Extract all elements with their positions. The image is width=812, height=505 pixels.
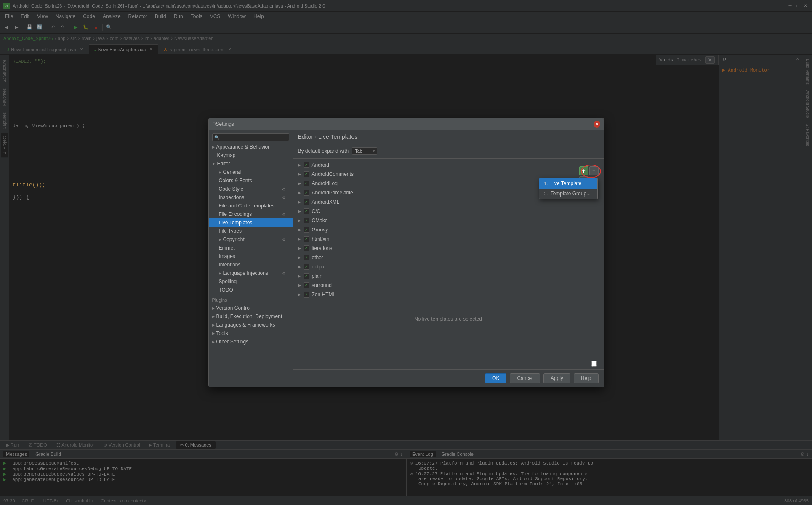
nav-plugins-label: Plugins [212, 298, 227, 303]
nav-item-file-code-templates[interactable]: File and Code Templates [209, 202, 293, 210]
nav-label-version-control: Version Control [216, 305, 251, 311]
nav-item-other-settings[interactable]: ▶ Other Settings [209, 338, 293, 346]
popup-live-template-label: Live Template [551, 181, 582, 186]
breadcrumb-current: Live Templates [318, 133, 357, 140]
android-log-label: AndroidLog [312, 181, 338, 186]
breadcrumb-arrow-icon: › [315, 134, 317, 140]
inspections-icon: ⚙ [282, 195, 286, 200]
nav-label-file-types: File Types [219, 228, 242, 234]
zen-html-label: Zen HTML [312, 292, 336, 298]
android-group-arrow: ▶ [298, 163, 301, 167]
nav-item-todo[interactable]: TODO [209, 286, 293, 294]
nav-item-version-control[interactable]: ▶ Version Control [209, 304, 293, 312]
add-template-button[interactable]: + [579, 166, 588, 175]
other-check[interactable]: ✓ [304, 255, 309, 260]
popup-template-group-label: Template Group... [551, 191, 591, 197]
content-breadcrumb: Editor › Live Templates [293, 130, 604, 144]
file-encodings-icon: ⚙ [282, 212, 286, 217]
group-header-iterations[interactable]: ▶ ✓ iterations [293, 244, 604, 253]
groovy-check[interactable]: ✓ [304, 227, 309, 233]
nav-label-appearance: Appearance & Behavior [216, 144, 270, 150]
other-arrow: ▶ [212, 340, 215, 344]
nav-item-emmet[interactable]: Emmet [209, 244, 293, 252]
nav-item-language-injections[interactable]: ▶ Language Injections ⚙ [209, 269, 293, 277]
cmake-check[interactable]: ✓ [304, 218, 309, 223]
dialog-close-button[interactable]: ✕ [594, 121, 600, 128]
cpp-check[interactable]: ✓ [304, 208, 309, 214]
lang-fw-arrow: ▶ [212, 323, 215, 327]
group-header-cmake[interactable]: ▶ ✓ CMake [293, 216, 604, 225]
template-checkbox[interactable] [591, 361, 597, 367]
tools-arrow: ▶ [212, 332, 215, 335]
expand-dropdown-wrapper[interactable]: Tab Enter Space [352, 147, 377, 155]
apply-button[interactable]: Apply [543, 373, 570, 383]
expand-select[interactable]: Tab Enter Space [352, 147, 377, 155]
android-group-label: Android [312, 162, 329, 168]
nav-item-file-types[interactable]: File Types [209, 227, 293, 235]
nav-label-emmet: Emmet [219, 245, 235, 251]
help-button[interactable]: Help [574, 373, 599, 383]
nav-label-todo: TODO [219, 287, 233, 293]
android-group-check[interactable]: ✓ [304, 162, 309, 168]
popup-item-live-template[interactable]: 1. Live Template [539, 178, 597, 189]
nav-item-editor[interactable]: ▼ Editor [209, 159, 293, 168]
nav-item-intentions[interactable]: Intentions [209, 260, 293, 269]
group-header-cpp[interactable]: ▶ ✓ C/C++ [293, 207, 604, 216]
remove-template-button[interactable]: − [589, 166, 599, 175]
dialog-content-area: Editor › Live Templates By default expan… [293, 130, 604, 387]
nav-item-tools[interactable]: ▶ Tools [209, 329, 293, 338]
nav-item-keymap[interactable]: Keymap [209, 151, 293, 159]
popup-item-template-group[interactable]: 2. Template Group... [539, 189, 597, 199]
dialog-controls: ✕ [594, 121, 600, 128]
nav-label-colors: Colors & Fonts [219, 178, 252, 183]
nav-label-spelling: Spelling [219, 279, 237, 284]
nav-item-code-style[interactable]: Code Style ⚙ [209, 185, 293, 193]
zen-html-check[interactable]: ✓ [304, 292, 309, 298]
other-group-arrow: ▶ [298, 255, 301, 260]
android-parcelable-check[interactable]: ✓ [304, 190, 309, 196]
android-parcelable-label: AndroidParcelable [312, 190, 353, 196]
no-template-message: No live templates are selected [293, 308, 604, 330]
group-header-html-xml[interactable]: ▶ ✓ html/xml [293, 234, 604, 244]
nav-item-copyright[interactable]: ▶ Copyright ⚙ [209, 235, 293, 244]
surround-check[interactable]: ✓ [304, 282, 309, 288]
plain-check[interactable]: ✓ [304, 273, 309, 279]
iterations-check[interactable]: ✓ [304, 245, 309, 251]
zen-html-arrow: ▶ [298, 292, 301, 297]
cmake-label: CMake [312, 218, 328, 223]
nav-label-live-templates: Live Templates [219, 220, 253, 226]
group-header-android[interactable]: ▶ ✓ Android [293, 160, 604, 170]
nav-item-general[interactable]: ▶ General [209, 168, 293, 176]
nav-item-inspections[interactable]: Inspections ⚙ [209, 193, 293, 202]
android-comments-check[interactable]: ✓ [304, 171, 309, 177]
cancel-button[interactable]: Cancel [510, 373, 540, 383]
group-header-output[interactable]: ▶ ✓ output [293, 262, 604, 271]
plain-arrow: ▶ [298, 274, 301, 278]
group-header-surround[interactable]: ▶ ✓ surround [293, 281, 604, 290]
group-header-other[interactable]: ▶ ✓ other [293, 253, 604, 262]
output-check[interactable]: ✓ [304, 264, 309, 270]
html-xml-check[interactable]: ✓ [304, 236, 309, 242]
output-arrow: ▶ [298, 265, 301, 269]
nav-item-build-execution[interactable]: ▶ Build, Execution, Deployment [209, 312, 293, 321]
nav-item-appearance[interactable]: ▶ Appearance & Behavior [209, 143, 293, 151]
group-header-groovy[interactable]: ▶ ✓ Groovy [293, 225, 604, 234]
android-xml-check[interactable]: ✓ [304, 199, 309, 205]
nav-item-spelling[interactable]: Spelling [209, 277, 293, 286]
group-header-plain[interactable]: ▶ ✓ plain [293, 271, 604, 281]
nav-item-colors-fonts[interactable]: Colors & Fonts [209, 176, 293, 185]
breadcrumb-editor: Editor [298, 133, 314, 140]
group-header-android-comments[interactable]: ▶ ✓ AndroidComments [293, 170, 604, 179]
groovy-label: Groovy [312, 227, 328, 233]
nav-item-live-templates[interactable]: Live Templates [209, 218, 293, 227]
ok-button[interactable]: OK [485, 373, 506, 383]
groovy-arrow: ▶ [298, 228, 301, 232]
other-label: other [312, 255, 323, 260]
nav-item-file-encodings[interactable]: File Encodings ⚙ [209, 210, 293, 218]
iterations-arrow: ▶ [298, 246, 301, 250]
settings-search-input[interactable] [221, 135, 287, 140]
android-log-check[interactable]: ✓ [304, 181, 309, 186]
nav-item-languages-frameworks[interactable]: ▶ Languages & Frameworks [209, 321, 293, 329]
nav-item-images[interactable]: Images [209, 252, 293, 260]
group-header-zen-html[interactable]: ▶ ✓ Zen HTML [293, 290, 604, 299]
